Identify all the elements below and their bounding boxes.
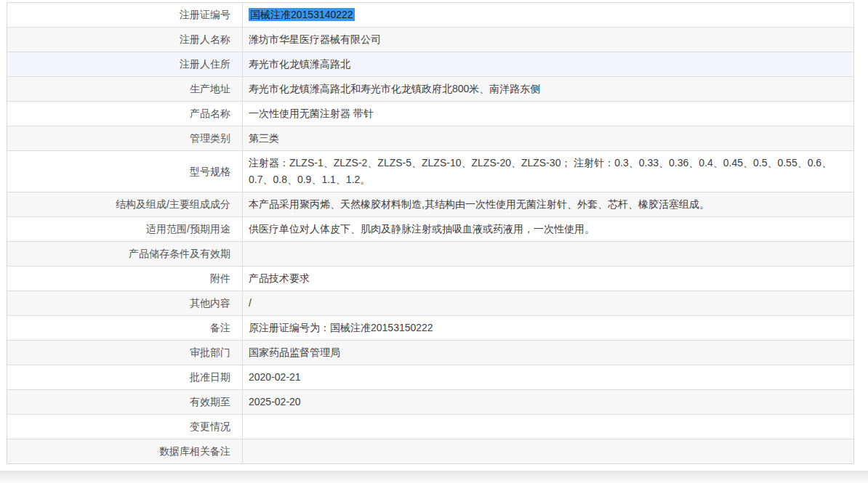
table-row: 型号规格注射器：ZLZS-1、ZLZS-2、ZLZS-5、ZLZS-10、ZLZ… [7, 151, 854, 192]
table-row: 变更情况 [7, 415, 854, 439]
field-label: 管理类别 [7, 126, 243, 151]
field-label: 变更情况 [7, 415, 243, 439]
field-label: 有效期至 [7, 390, 243, 415]
field-value [243, 415, 854, 439]
field-label: 备注 [7, 316, 243, 341]
field-label: 型号规格 [7, 151, 243, 192]
field-value: 一次性使用无菌注射器 带针 [243, 102, 854, 126]
field-value: 供医疗单位对人体皮下、肌肉及静脉注射或抽吸血液或药液用，一次性使用。 [243, 217, 854, 242]
field-label: 生产地址 [7, 77, 243, 102]
table-row: 生产地址寿光市化龙镇潍高路北和寿光市化龙镇政府北800米、南洋路东侧 [7, 77, 854, 102]
field-value: 国家药品监督管理局 [243, 341, 854, 365]
table-row: 批准日期2020-02-21 [7, 365, 854, 390]
table-row: 适用范围/预期用途供医疗单位对人体皮下、肌肉及静脉注射或抽吸血液或药液用，一次性… [7, 217, 854, 242]
field-value: 2020-02-21 [243, 365, 854, 390]
field-label: 审批部门 [7, 341, 243, 365]
table-row: 附件产品技术要求 [7, 267, 854, 291]
field-value: 本产品采用聚丙烯、天然橡胶材料制造,其结构由一次性使用无菌注射针、外套、芯杆、橡… [243, 192, 854, 217]
field-label: 产品名称 [7, 102, 243, 126]
table-row: 注册人名称潍坊市华星医疗器械有限公司 [7, 28, 854, 52]
field-value: 寿光市化龙镇潍高路北和寿光市化龙镇政府北800米、南洋路东侧 [243, 77, 854, 102]
field-value [243, 439, 854, 464]
field-value: 国械注准20153140222 [243, 3, 854, 28]
field-label: 适用范围/预期用途 [7, 217, 243, 242]
selected-registration-number[interactable]: 国械注准20153140222 [249, 8, 355, 21]
table-row: 产品储存条件及有效期 [7, 242, 854, 267]
field-label: 注册证编号 [7, 3, 243, 28]
field-value [243, 242, 854, 267]
field-value: 原注册证编号为：国械注准20153150222 [243, 316, 854, 341]
field-label: 结构及组成/主要组成成分 [7, 192, 243, 217]
table-row: 结构及组成/主要组成成分本产品采用聚丙烯、天然橡胶材料制造,其结构由一次性使用无… [7, 192, 854, 217]
field-value: / [243, 291, 854, 316]
table-row: 备注原注册证编号为：国械注准20153150222 [7, 316, 854, 341]
field-value: 注射器：ZLZS-1、ZLZS-2、ZLZS-5、ZLZS-10、ZLZS-20… [243, 151, 854, 192]
field-value: 产品技术要求 [243, 267, 854, 291]
table-row: 注册证编号国械注准20153140222 [7, 3, 854, 28]
field-value: 潍坊市华星医疗器械有限公司 [243, 28, 854, 52]
table-row: 数据库相关备注 [7, 439, 854, 464]
footer-strip [0, 471, 868, 483]
field-value: 第三类 [243, 126, 854, 151]
field-label: 注册人住所 [7, 52, 243, 77]
field-label: 批准日期 [7, 365, 243, 390]
table-row: 有效期至2025-02-20 [7, 390, 854, 415]
table-row: 管理类别第三类 [7, 126, 854, 151]
field-label: 其他内容 [7, 291, 243, 316]
field-label: 产品储存条件及有效期 [7, 242, 243, 267]
table-row: 其他内容/ [7, 291, 854, 316]
table-row: 审批部门国家药品监督管理局 [7, 341, 854, 365]
table-row: 注册人住所寿光市化龙镇潍高路北 [7, 52, 854, 77]
field-label: 注册人名称 [7, 28, 243, 52]
field-label: 附件 [7, 267, 243, 291]
field-value: 寿光市化龙镇潍高路北 [243, 52, 854, 77]
field-label: 数据库相关备注 [7, 439, 243, 464]
field-value: 2025-02-20 [243, 390, 854, 415]
table-row: 产品名称一次性使用无菌注射器 带针 [7, 102, 854, 126]
registration-detail-table: 注册证编号国械注准20153140222注册人名称潍坊市华星医疗器械有限公司注册… [7, 2, 854, 464]
